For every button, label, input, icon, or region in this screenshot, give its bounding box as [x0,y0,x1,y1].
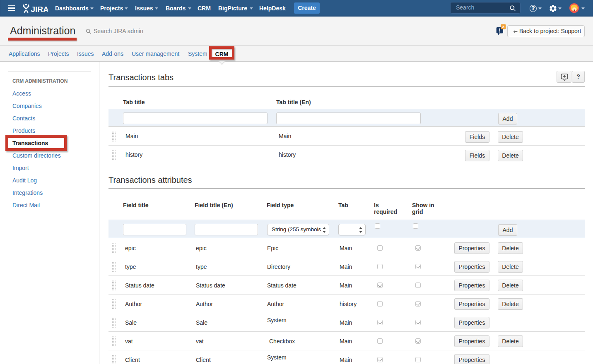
svg-text:3: 3 [502,24,504,29]
svg-text:JIRA: JIRA [31,5,48,14]
